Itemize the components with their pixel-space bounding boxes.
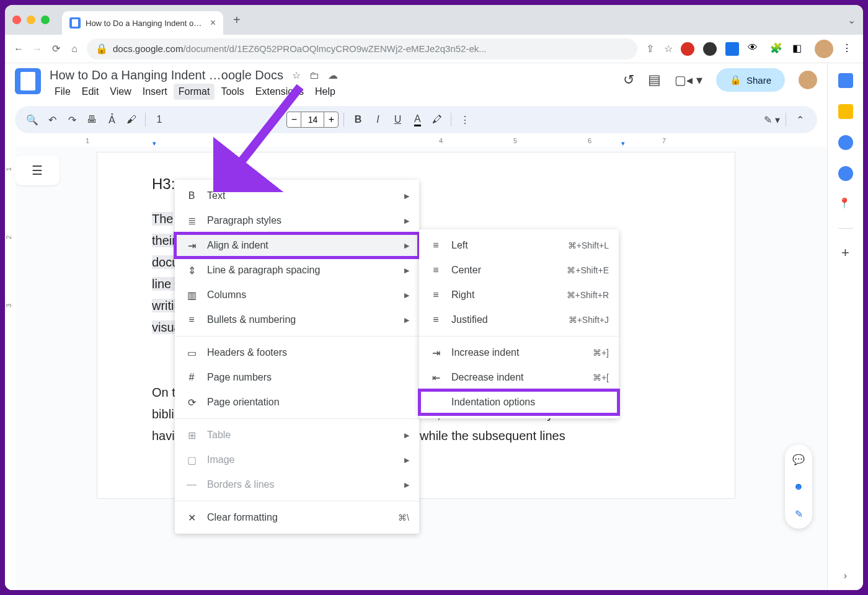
sidepanel-icon[interactable]: ◧ — [792, 42, 806, 56]
add-addon-icon[interactable]: + — [838, 245, 853, 260]
hide-panel-icon[interactable]: › — [844, 570, 847, 581]
meet-icon[interactable]: ▢◂ ▾ — [675, 73, 702, 87]
format-menu-item[interactable]: ≣Paragraph styles▶ — [175, 208, 419, 233]
font-size-value[interactable]: 14 — [301, 112, 324, 128]
url-text: docs.google.com/document/d/1EZ6Q52PROaOQ… — [113, 43, 487, 54]
undo-icon[interactable]: ↶ — [43, 111, 61, 128]
url-field[interactable]: 🔒 docs.google.com/document/d/1EZ6Q52PROa… — [87, 38, 637, 60]
menu-file[interactable]: File — [50, 84, 76, 100]
reload-button[interactable]: ⟳ — [50, 43, 62, 55]
format-menu-item[interactable]: ⇕Line & paragraph spacing▶ — [175, 258, 419, 283]
align-submenu-item[interactable]: ≡Justified⌘+Shift+J — [419, 307, 619, 332]
redo-icon[interactable]: ↷ — [63, 111, 81, 128]
tabs-dropdown-icon[interactable]: ⌄ — [848, 14, 856, 26]
docs-favicon — [69, 17, 81, 29]
document-title[interactable]: How to Do a Hanging Indent …oogle Docs — [50, 68, 283, 82]
align-submenu-item[interactable]: ⇥Increase indent⌘+] — [419, 340, 619, 365]
format-menu-item[interactable]: ≡Bullets & numbering▶ — [175, 307, 419, 332]
home-button[interactable]: ⌂ — [68, 43, 81, 55]
spellcheck-icon[interactable]: Ả — [103, 111, 120, 128]
format-menu-item[interactable]: BText▶ — [175, 183, 419, 208]
calendar-icon[interactable] — [838, 73, 853, 88]
format-menu-item[interactable]: #Page numbers — [175, 365, 419, 390]
highlight-icon[interactable]: 🖍 — [428, 111, 446, 128]
bold-icon[interactable]: B — [349, 111, 366, 128]
more-icon[interactable]: ⋮ — [456, 111, 474, 128]
menu-tools[interactable]: Tools — [216, 84, 249, 100]
font-size-decrease[interactable]: − — [286, 112, 301, 128]
ext-icon-2[interactable] — [703, 42, 717, 56]
emoji-reaction-icon[interactable]: ☻ — [790, 478, 807, 495]
add-comment-icon[interactable]: 💬 — [790, 451, 807, 468]
align-submenu-item[interactable]: ≡Left⌘+Shift+L — [419, 233, 619, 258]
font-size-increase[interactable]: + — [324, 112, 339, 128]
side-panel: 📍 + › — [827, 63, 863, 590]
window-controls — [12, 15, 50, 24]
menu-extensions[interactable]: Extensions — [250, 84, 309, 100]
suggest-edit-icon[interactable]: ✎ — [790, 505, 807, 522]
comments-icon[interactable]: ▤ — [648, 72, 661, 88]
maps-icon[interactable]: 📍 — [838, 197, 853, 212]
share-button[interactable]: 🔒 Share — [716, 68, 785, 92]
move-icon[interactable]: 🗀 — [309, 70, 319, 81]
profile-avatar[interactable] — [815, 40, 833, 58]
star-icon[interactable]: ☆ — [292, 69, 301, 81]
align-submenu-item[interactable]: ≡Right⌘+Shift+R — [419, 283, 619, 307]
floating-comment-tools: 💬 ☻ ✎ — [785, 444, 812, 529]
share-icon[interactable]: ⇪ — [644, 43, 656, 55]
print-icon[interactable]: 🖶 — [83, 111, 100, 128]
ext-icon-3[interactable] — [725, 42, 739, 56]
vertical-ruler[interactable]: 123 — [5, 147, 16, 590]
maximize-window[interactable] — [41, 15, 50, 24]
search-icon[interactable]: 🔍 — [24, 111, 41, 128]
format-menu-item[interactable]: ✕Clear formatting⌘\ — [175, 505, 419, 530]
menu-insert[interactable]: Insert — [138, 84, 172, 100]
menu-help[interactable]: Help — [310, 84, 340, 100]
menu-edit[interactable]: Edit — [77, 84, 104, 100]
close-window[interactable] — [12, 15, 21, 24]
new-tab-button[interactable]: + — [228, 13, 246, 27]
cloud-status-icon[interactable]: ☁ — [328, 69, 338, 81]
bookmark-icon[interactable]: ☆ — [662, 43, 675, 55]
editing-mode-icon[interactable]: ✎ ▾ — [763, 111, 781, 128]
horizontal-ruler[interactable]: 1 4 5 6 7 ▾ ▾ — [5, 136, 827, 147]
history-icon[interactable]: ↺ — [623, 72, 634, 88]
italic-icon[interactable]: I — [369, 111, 386, 128]
browser-tab-bar: How to Do a Hanging Indent o… × + ⌄ — [5, 5, 863, 35]
outline-button[interactable]: ☰ — [15, 156, 60, 185]
forward-button[interactable]: → — [31, 43, 43, 55]
tab-title: How to Do a Hanging Indent o… — [86, 19, 205, 28]
back-button[interactable]: ← — [12, 43, 25, 55]
close-tab-icon[interactable]: × — [210, 17, 216, 29]
ublock-icon[interactable] — [681, 42, 694, 56]
tasks-icon[interactable] — [838, 135, 853, 150]
format-menu-item[interactable]: ⟳Page orientation — [175, 390, 419, 415]
user-avatar[interactable] — [799, 71, 817, 89]
minimize-window[interactable] — [27, 15, 35, 24]
format-menu-item[interactable]: ▥Columns▶ — [175, 283, 419, 307]
keep-icon[interactable] — [838, 104, 853, 119]
format-menu-item[interactable]: ▢Image▶ — [175, 447, 419, 472]
format-menu-item[interactable]: —Borders & lines▶ — [175, 472, 419, 497]
address-bar: ← → ⟳ ⌂ 🔒 docs.google.com/document/d/1EZ… — [5, 35, 863, 63]
menu-view[interactable]: View — [105, 84, 136, 100]
format-menu-item[interactable]: ⊞Table▶ — [175, 423, 419, 447]
align-submenu-item[interactable]: ⇤Decrease indent⌘+[ — [419, 365, 619, 390]
extensions-icon[interactable]: 🧩 — [770, 42, 784, 56]
zoom-dropdown[interactable]: 1 — [151, 111, 168, 128]
format-menu-item[interactable]: ▭Headers & footers — [175, 340, 419, 365]
contacts-icon[interactable] — [838, 166, 853, 181]
docs-logo[interactable] — [15, 68, 41, 94]
text-color-icon[interactable]: A — [409, 111, 426, 128]
browser-menu-icon[interactable]: ⋮ — [842, 42, 856, 56]
paint-format-icon[interactable]: 🖌 — [123, 111, 140, 128]
format-menu-item[interactable]: ⇥Align & indent▶ — [175, 233, 419, 258]
ext-icon-4[interactable]: 👁 — [748, 42, 761, 56]
align-submenu-item[interactable]: Indentation options — [419, 390, 619, 415]
underline-icon[interactable]: U — [389, 111, 406, 128]
docs-header: How to Do a Hanging Indent …oogle Docs ☆… — [5, 63, 827, 100]
align-submenu-item[interactable]: ≡Center⌘+Shift+E — [419, 258, 619, 283]
menu-format[interactable]: Format — [174, 84, 215, 100]
collapse-toolbar-icon[interactable]: ⌃ — [791, 111, 808, 128]
browser-tab[interactable]: How to Do a Hanging Indent o… × — [62, 11, 223, 35]
